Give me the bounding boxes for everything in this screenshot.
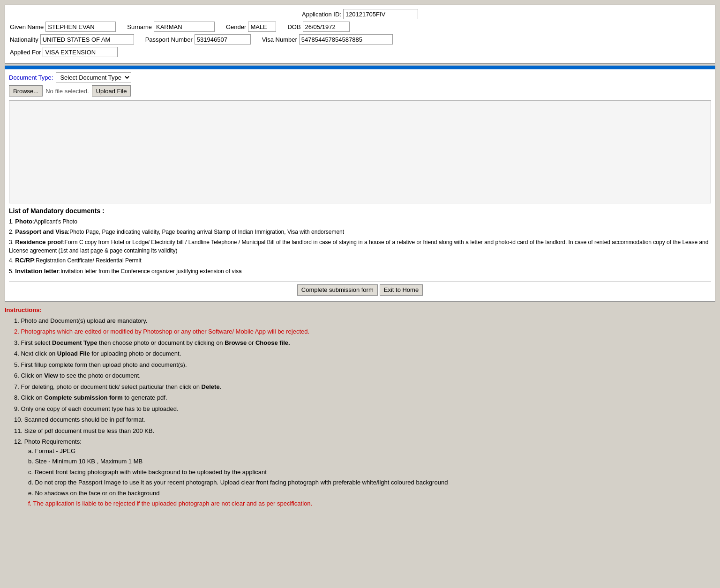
browse-button[interactable]: Browse...	[9, 85, 43, 97]
mandatory-bold-2: Passport and Visa	[15, 228, 68, 235]
no-file-text: No file selected.	[45, 88, 89, 95]
photo-req-a: a. Format - JPEG	[28, 447, 715, 456]
instr-item-11: 11. Size of pdf document must be less th…	[14, 426, 715, 436]
instr-item-6: 6. Click on View to see the photo or doc…	[14, 371, 715, 380]
mandatory-bold-4: RC/RP	[15, 257, 34, 264]
instr-num-9: 9.	[14, 405, 19, 412]
mandatory-item-1: 1. Photo:Applicant's Photo	[9, 217, 711, 226]
mandatory-num-3: 3.	[9, 239, 14, 246]
surname-value: KARMAN	[154, 22, 215, 32]
passport-value: 531946507	[195, 34, 251, 45]
complete-submission-button[interactable]: Complete submission form	[297, 284, 378, 296]
mandatory-num-5: 5.	[9, 268, 14, 275]
instr-item-2: 2. Photographs which are edited or modif…	[14, 327, 715, 336]
instr-num-12: 12.	[14, 438, 22, 445]
doc-type-label: Document Type:	[9, 74, 53, 81]
app-id-value: 120121705FIV	[343, 9, 418, 19]
blue-divider	[5, 66, 715, 69]
instr-item-3: 3. First select Document Type then choos…	[14, 338, 715, 348]
surname-label: Surname	[127, 23, 152, 30]
browse-row: Browse... No file selected. Upload File	[9, 85, 711, 97]
btn-row: Complete submission form Exit to Home	[9, 281, 711, 298]
mandatory-bold-1: Photo	[15, 218, 32, 225]
instr-bold-choose-file: Choose file.	[255, 339, 290, 346]
instructions-list: 1. Photo and Document(s) upload are mand…	[5, 316, 715, 508]
mandatory-num-2: 2.	[9, 229, 14, 235]
instr-num-6: 6.	[14, 372, 19, 379]
instr-bold-delete: Delete	[202, 383, 220, 390]
mandatory-detail-3: Form C copy from Hotel or Lodge/ Electri…	[9, 239, 708, 253]
upload-file-button[interactable]: Upload File	[92, 85, 131, 97]
mandatory-title: List of Mandatory documents :	[9, 207, 711, 215]
mandatory-item-3: 3. Residence proof:Form C copy from Hote…	[9, 238, 711, 254]
instr-bold-doc-type: Document Type	[52, 339, 98, 346]
dob-label: DOB	[287, 23, 300, 30]
instructions-section: Instructions: 1. Photo and Document(s) u…	[5, 302, 715, 515]
applied-label: Applied For	[10, 49, 41, 56]
instr-num-3: 3.	[14, 339, 19, 346]
applied-value: VISA EXTENSION	[43, 47, 118, 57]
given-name-label: Given Name	[10, 23, 44, 30]
instr-item-5: 5. First fillup complete form then uploa…	[14, 360, 715, 370]
visa-value: 547854457854587885	[299, 34, 393, 45]
given-name-value: STEPHEN EVAN	[45, 22, 116, 32]
instr-item-10: 10. Scanned documents should be in pdf f…	[14, 415, 715, 424]
mandatory-num-1: 1.	[9, 218, 14, 225]
mandatory-item-2: 2. Passport and Visa:Photo Page, Page in…	[9, 228, 711, 236]
photo-req-c: c. Recent front facing photograph with w…	[28, 468, 715, 477]
nationality-value: UNITED STATES OF AM	[40, 34, 134, 45]
instr-bold-browse: Browse	[225, 339, 247, 346]
instr-num-7: 7.	[14, 383, 19, 390]
instr-item-7: 7. For deleting, photo or document tick/…	[14, 382, 715, 392]
nationality-row: Nationality UNITED STATES OF AM Passport…	[10, 34, 710, 45]
instr-item-1: 1. Photo and Document(s) upload are mand…	[14, 316, 715, 326]
photo-req-list: a. Format - JPEG b. Size - Minimum 10 KB…	[14, 447, 715, 508]
photo-req-b: b. Size - Minimum 10 KB , Maximum 1 MB	[28, 457, 715, 466]
dob-value: 26/05/1972	[303, 22, 350, 32]
mandatory-item-4: 4. RC/RP:Registration Certificate/ Resid…	[9, 256, 711, 265]
doc-type-row: Document Type: Select Document Type Phot…	[9, 72, 711, 82]
mandatory-detail-4: Registration Certificate/ Residential Pe…	[36, 257, 141, 264]
instr-item-4: 4. Next click on Upload File for uploadi…	[14, 349, 715, 358]
mandatory-detail-2: Photo Page, Page indicating validity, Pa…	[69, 229, 344, 235]
nationality-label: Nationality	[10, 36, 38, 43]
instr-num-8: 8.	[14, 394, 19, 401]
visa-label: Visa Number	[262, 36, 297, 43]
page-wrapper: Application ID: 120121705FIV Given Name …	[0, 0, 720, 588]
instr-bold-complete: Complete submission form	[44, 394, 123, 401]
mandatory-num-4: 4.	[9, 257, 14, 264]
instr-num-5: 5.	[14, 361, 19, 368]
instr-num-2: 2.	[14, 328, 19, 335]
instr-item-8: 8. Click on Complete submission form to …	[14, 393, 715, 402]
gender-label: Gender	[226, 23, 246, 30]
name-row: Given Name STEPHEN EVAN Surname KARMAN G…	[10, 22, 710, 32]
mandatory-item-5: 5. Invitation letter:Invitation letter f…	[9, 267, 711, 275]
mandatory-bold-5: Invitation letter	[15, 268, 59, 275]
doc-type-select[interactable]: Select Document Type Photo Passport Visa…	[56, 72, 131, 82]
instr-item-12: 12. Photo Requirements: a. Format - JPEG…	[14, 437, 715, 508]
app-id-row: Application ID: 120121705FIV	[10, 9, 710, 19]
mandatory-detail-1: Applicant's Photo	[34, 218, 77, 225]
instr-num-10: 10.	[14, 416, 22, 423]
mandatory-detail-5: Invitation letter from the Conference or…	[60, 268, 242, 275]
instr-num-4: 4.	[14, 350, 19, 357]
applied-row: Applied For VISA EXTENSION	[10, 47, 710, 57]
instr-item-9: 9. Only one copy of each document type h…	[14, 404, 715, 414]
top-section: Application ID: 120121705FIV Given Name …	[5, 5, 715, 64]
photo-req-e: e. No shadows on the face or on the back…	[28, 489, 715, 498]
mandatory-section: List of Mandatory documents : 1. Photo:A…	[9, 207, 711, 281]
passport-label: Passport Number	[145, 36, 193, 43]
photo-req-d: d. Do not crop the Passport Image to use…	[28, 478, 715, 487]
instructions-title: Instructions:	[5, 306, 715, 313]
exit-home-button[interactable]: Exit to Home	[380, 284, 423, 296]
instr-num-1: 1.	[14, 317, 19, 324]
instr-bold-view: View	[44, 372, 58, 379]
app-id-label: Application ID:	[302, 11, 341, 18]
instr-bold-upload-file: Upload File	[57, 350, 90, 357]
gender-value: MALE	[248, 22, 276, 32]
mandatory-bold-3: Residence proof	[15, 238, 63, 246]
upload-area	[9, 100, 711, 203]
instr-num-11: 11.	[14, 427, 22, 434]
photo-req-f: f. The application is liable to be rejec…	[28, 499, 715, 508]
upload-section: Document Type: Select Document Type Phot…	[5, 69, 715, 302]
